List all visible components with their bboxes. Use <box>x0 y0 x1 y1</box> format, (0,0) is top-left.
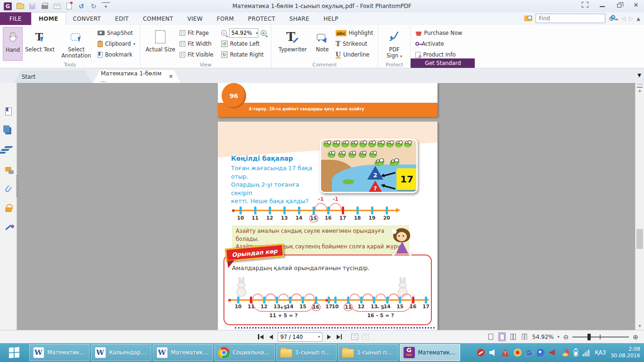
select-annotation-button[interactable]: Select Annotation <box>57 27 96 61</box>
zoom-value-input[interactable] <box>230 30 256 36</box>
page-number-combo[interactable]: ▾ <box>278 332 322 342</box>
vertical-scrollbar[interactable]: ▲ ▼ <box>635 83 644 330</box>
facing-view-icon[interactable] <box>510 332 517 341</box>
continuous-view-icon[interactable] <box>498 332 506 341</box>
next-page-button[interactable] <box>326 334 332 340</box>
menu-tab-home[interactable]: HOME <box>31 12 66 25</box>
language-indicator[interactable]: ҚАЗ <box>595 349 606 356</box>
undo-icon[interactable]: ↺ <box>77 2 85 10</box>
search-icon[interactable] <box>611 15 615 19</box>
menu-tab-share[interactable]: SHARE <box>282 12 316 25</box>
actual-size-button[interactable]: Actual Size <box>143 27 178 61</box>
note-button[interactable]: Note <box>311 27 334 61</box>
attachments-icon[interactable] <box>3 183 14 194</box>
strikeout-button[interactable]: TStrikeout <box>334 39 375 49</box>
print-icon[interactable] <box>41 2 49 10</box>
network-icon[interactable] <box>583 349 590 356</box>
bookmark-button[interactable]: Bookmark <box>96 50 137 59</box>
hand-tool-button[interactable]: Hand <box>3 27 23 61</box>
close-icon[interactable]: ✕ <box>633 2 639 8</box>
first-page-button[interactable] <box>257 333 264 340</box>
clipboard-button[interactable]: Clipboard▾ <box>96 39 137 49</box>
page-number-input[interactable] <box>278 334 315 340</box>
taskbar-app-foxit[interactable]: GPDFМатематика ... <box>400 344 460 361</box>
baidu-icon[interactable] <box>561 349 569 356</box>
zoom-slider-thumb[interactable] <box>587 334 591 340</box>
doc-tab-document[interactable]: Математика 1-бөлім ... ✕ <box>93 70 181 83</box>
tab-close-icon[interactable]: ✕ <box>169 74 173 80</box>
taskbar-app-word[interactable]: WМатематика ... <box>153 344 213 361</box>
menu-tab-form[interactable]: FORM <box>210 12 241 25</box>
scroll-up-icon[interactable]: ▲ <box>636 89 644 92</box>
zonealarm-icon[interactable] <box>477 349 485 356</box>
doc-tab-start[interactable]: Start <box>14 70 92 83</box>
select-text-button[interactable]: T Select Text <box>23 27 57 61</box>
typewriter-button[interactable]: T Typewriter <box>274 27 311 61</box>
zoom-in-icon[interactable]: ⊕ <box>633 334 638 340</box>
pages-icon[interactable] <box>3 125 14 136</box>
taskbar-app-word[interactable]: WМатематика ... <box>29 344 90 361</box>
rotate-left-button[interactable]: ↺Rotate Left <box>219 39 268 49</box>
tab-overflow-icon[interactable]: ▼ <box>637 73 641 78</box>
menu-tab-file[interactable]: FILE <box>0 12 31 25</box>
get-standard-button[interactable]: Get Standard <box>411 58 475 68</box>
search-folder-icon[interactable] <box>524 16 532 21</box>
open-file-icon[interactable] <box>16 2 24 10</box>
clock[interactable]: 2:08 30.08.2016 <box>611 346 640 359</box>
rotate-right-button[interactable]: ↻Rotate Right <box>219 50 268 59</box>
find-previous-icon[interactable]: ◁ <box>621 15 626 22</box>
volume-icon[interactable] <box>489 349 497 356</box>
qip-icon[interactable] <box>537 349 545 356</box>
menu-tab-help[interactable]: HELP <box>316 12 346 25</box>
comments-icon[interactable] <box>3 164 14 174</box>
battery-icon[interactable] <box>574 349 578 356</box>
menu-tab-protect[interactable]: PROTECT <box>241 12 282 25</box>
taskbar-app-folder[interactable]: 1-сынып пл... <box>276 344 337 361</box>
expand-icon[interactable] <box>3 87 14 97</box>
purchase-now-button[interactable]: Purchase Now <box>413 28 464 38</box>
taskbar-app-chrome[interactable]: Социальная ... <box>215 344 275 361</box>
security-icon[interactable] <box>3 203 14 213</box>
scroll-down-icon[interactable]: ▼ <box>636 324 644 328</box>
start-button[interactable] <box>0 343 28 362</box>
snapshot-button[interactable]: SnapShot <box>96 28 137 38</box>
menu-tab-comment[interactable]: COMMENT <box>136 12 181 25</box>
minimize-icon[interactable] <box>599 2 605 8</box>
zoom-out-icon[interactable]: – <box>221 30 227 36</box>
menu-tab-convert[interactable]: CONVERT <box>66 12 108 25</box>
fit-width-button[interactable]: Fit Width <box>178 39 215 49</box>
fit-visible-button[interactable]: Fit Visible <box>178 50 215 59</box>
zoom-dropdown-icon[interactable]: ▾ <box>558 335 560 339</box>
horn-icon[interactable] <box>549 349 557 356</box>
bookmarks-icon[interactable] <box>3 106 14 116</box>
fit-page-button[interactable]: Fit Page <box>178 28 215 38</box>
fullscreen-icon[interactable] <box>582 2 588 8</box>
customize-toolbar-icon[interactable]: ▾ <box>102 2 110 10</box>
scrollbar-thumb[interactable] <box>636 229 643 249</box>
single-page-view-icon[interactable] <box>487 332 495 341</box>
find-input[interactable] <box>536 14 605 23</box>
collapse-ribbon-icon[interactable]: ▲ <box>636 16 640 21</box>
highlight-button[interactable]: abcHighlight <box>334 28 375 38</box>
layers-icon[interactable] <box>3 145 14 155</box>
activate-button[interactable]: Activate <box>413 39 464 49</box>
planet-icon[interactable] <box>526 350 532 356</box>
updater-icon[interactable] <box>514 349 521 356</box>
signature-icon[interactable] <box>3 222 14 232</box>
zoom-out-icon[interactable]: ⊖ <box>563 334 569 340</box>
snapshot-table-icon[interactable] <box>351 334 358 340</box>
menu-tab-edit[interactable]: EDIT <box>108 12 136 25</box>
restore-icon[interactable] <box>616 2 622 8</box>
underline-button[interactable]: UUnderline <box>334 50 375 59</box>
sidebar-resize-handle[interactable] <box>16 175 19 198</box>
product-info-button[interactable]: Product Info <box>413 50 464 59</box>
menu-tab-view[interactable]: VIEW <box>180 12 209 25</box>
taskbar-app-folder[interactable]: 1-сынып пл... <box>338 344 398 361</box>
previous-page-button[interactable] <box>268 334 274 340</box>
alert-icon[interactable]: ! <box>502 349 509 356</box>
save-icon[interactable] <box>28 2 36 10</box>
zoom-combo[interactable]: ▾ <box>229 28 258 38</box>
taskbar-app-word[interactable]: WКальендарн... <box>91 344 151 361</box>
page-canvas[interactable]: 96 4-тарау. 20-ға дейінгі сандарды қосу … <box>17 83 635 343</box>
last-page-button[interactable] <box>336 333 343 340</box>
